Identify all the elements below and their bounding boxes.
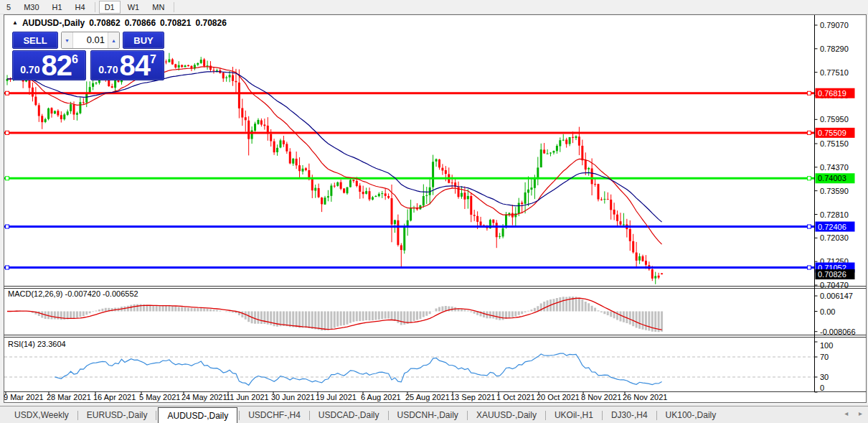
chart-tab-usdchf-h4[interactable]: USDCHF-,H4 — [240, 406, 309, 423]
timeframe-button-w1[interactable]: W1 — [122, 1, 146, 14]
sell-price-prefix: 0.70 — [20, 64, 39, 75]
buy-price-prefix: 0.70 — [98, 64, 118, 75]
svg-text:30: 30 — [820, 373, 829, 381]
collapse-arrow-icon[interactable]: ▲ — [12, 20, 18, 26]
chart-tab-bar: USDX,WeeklyEURUSD-,DailyAUDUSD-,DailyUSD… — [0, 406, 868, 423]
volume-stepper: ▼ 0.01 ▲ — [61, 32, 120, 49]
svg-text:0.72406: 0.72406 — [818, 223, 846, 231]
buy-price-pips: 84 — [119, 54, 150, 78]
timeframe-button-5[interactable]: 5 — [1, 1, 16, 14]
chart-tab-usdcnh-daily[interactable]: USDCNH-,Daily — [389, 406, 467, 423]
svg-text:RSI(14) 23.3604: RSI(14) 23.3604 — [8, 340, 66, 348]
sell-price-pips: 82 — [41, 54, 72, 78]
tab-scroll-left-icon[interactable]: ◂ — [844, 409, 848, 417]
timeframe-button-d1[interactable]: D1 — [99, 1, 121, 14]
svg-text:6 Aug 2021: 6 Aug 2021 — [361, 393, 401, 401]
svg-text:0.79070: 0.79070 — [820, 21, 849, 29]
svg-text:1 Oct 2021: 1 Oct 2021 — [496, 393, 535, 401]
svg-text:0.75509: 0.75509 — [818, 129, 846, 137]
timeframe-toolbar: 5M30H1H4D1W1MN — [0, 0, 868, 14]
svg-text:0.70826: 0.70826 — [818, 270, 846, 279]
chart-tab-xauusd-daily[interactable]: XAUUSD-,Daily — [468, 406, 545, 423]
tab-divider — [156, 411, 156, 420]
timeframe-button-mn[interactable]: MN — [146, 1, 170, 14]
chart-tab-uk100-daily[interactable]: UK100-,Daily — [657, 406, 725, 423]
svg-text:70: 70 — [820, 353, 829, 361]
svg-text:24 May 2021: 24 May 2021 — [181, 393, 227, 401]
chart-tab-audusd-daily[interactable]: AUDUSD-,Daily — [158, 407, 237, 423]
svg-text:0.006147: 0.006147 — [820, 292, 853, 300]
chart-symbol-label: AUDUSD-,Daily — [22, 18, 85, 28]
svg-text:-0.008066: -0.008066 — [820, 327, 856, 336]
svg-text:8 Nov 2021: 8 Nov 2021 — [581, 393, 621, 401]
buy-price-point: 7 — [150, 53, 156, 66]
sell-price-display[interactable]: 0.70 82 6 — [12, 50, 86, 80]
buy-button[interactable]: BUY — [123, 32, 164, 49]
toolbar-divider — [174, 2, 174, 12]
svg-text:5 May 2021: 5 May 2021 — [139, 393, 180, 401]
svg-text:9 Mar 2021: 9 Mar 2021 — [4, 393, 44, 401]
buy-price-display[interactable]: 0.70 84 7 — [90, 50, 164, 80]
svg-text:19 Jul 2021: 19 Jul 2021 — [316, 393, 357, 401]
svg-text:0.70470: 0.70470 — [820, 281, 849, 289]
one-click-trade-panel: SELL ▼ 0.01 ▲ BUY 0.70 82 6 0.70 84 7 — [12, 32, 164, 80]
timeframe-button-m30[interactable]: M30 — [18, 1, 44, 14]
svg-text:0.74370: 0.74370 — [820, 163, 849, 172]
svg-text:26 Nov 2021: 26 Nov 2021 — [623, 393, 667, 401]
chart-tab-usdcad-daily[interactable]: USDCAD-,Daily — [310, 406, 388, 423]
sell-button[interactable]: SELL — [12, 32, 58, 49]
svg-text:100: 100 — [820, 341, 833, 350]
tab-scroll-right-icon[interactable]: ▸ — [859, 409, 862, 417]
volume-decrease-icon[interactable]: ▼ — [62, 32, 73, 48]
svg-text:25 Aug 2021: 25 Aug 2021 — [405, 393, 450, 401]
mt4-terminal: { "toolbar": { "items": [ {"label":"5","… — [0, 0, 868, 423]
svg-text:0.76819: 0.76819 — [818, 89, 846, 98]
chart-header: ▲ AUDUSD-,Daily 0.70862 0.70866 0.70821 … — [12, 18, 227, 28]
svg-text:0.73590: 0.73590 — [820, 187, 849, 195]
toolbar-divider — [95, 2, 95, 12]
volume-field[interactable]: 0.01 — [73, 32, 108, 48]
svg-text:0.74003: 0.74003 — [818, 174, 846, 182]
svg-text:MACD(12,26,9) -0.007420 -0.006: MACD(12,26,9) -0.007420 -0.006552 — [8, 289, 138, 298]
svg-text:20 Oct 2021: 20 Oct 2021 — [537, 393, 580, 401]
chart-tab-dj30-h4[interactable]: DJ30-,H4 — [603, 406, 656, 423]
svg-text:0: 0 — [820, 384, 824, 392]
svg-text:13 Sep 2021: 13 Sep 2021 — [450, 393, 495, 401]
ohlc-high: 0.70866 — [125, 18, 156, 28]
svg-text:0.75950: 0.75950 — [820, 115, 849, 124]
ohlc-open: 0.70862 — [89, 18, 120, 28]
chart-tab-ukoil-h1[interactable]: UKOil-,H1 — [546, 406, 602, 423]
ohlc-close: 0.70826 — [195, 18, 226, 28]
volume-increase-icon[interactable]: ▲ — [108, 32, 119, 48]
chart-tab-eurusd-daily[interactable]: EURUSD-,Daily — [78, 406, 156, 423]
timeframe-button-h1[interactable]: H1 — [47, 1, 68, 14]
tab-scroll-arrows: ◂ ▸ — [836, 409, 862, 417]
svg-text:0.78290: 0.78290 — [820, 45, 849, 53]
sell-price-point: 6 — [72, 53, 78, 66]
svg-text:0.00: 0.00 — [820, 307, 835, 316]
svg-text:30 Jun 2021: 30 Jun 2021 — [271, 393, 315, 401]
svg-text:28 Mar 2021: 28 Mar 2021 — [47, 393, 91, 401]
svg-text:0.77510: 0.77510 — [820, 68, 849, 77]
svg-text:11 Jun 2021: 11 Jun 2021 — [226, 393, 269, 401]
ohlc-low: 0.70821 — [160, 18, 191, 28]
svg-text:16 Apr 2021: 16 Apr 2021 — [93, 393, 136, 401]
svg-text:0.72810: 0.72810 — [820, 210, 849, 219]
svg-text:0.75150: 0.75150 — [820, 139, 849, 148]
timeframe-button-h4[interactable]: H4 — [70, 1, 91, 14]
chart-tab-usdx-weekly[interactable]: USDX,Weekly — [6, 406, 77, 423]
svg-text:0.72030: 0.72030 — [820, 233, 849, 242]
